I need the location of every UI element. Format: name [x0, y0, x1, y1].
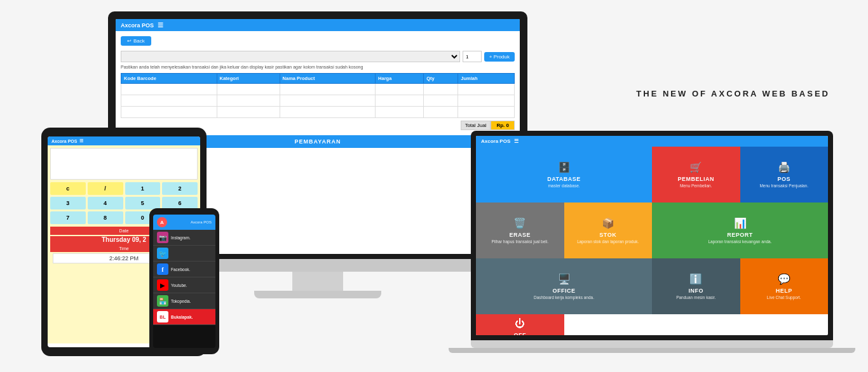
- table-row: [121, 107, 515, 118]
- tile-help-desc: Live Chat Support.: [767, 295, 801, 300]
- tile-help[interactable]: 💬 HELP Live Chat Support.: [740, 258, 829, 314]
- tablet-app-title: Axcora POS: [51, 139, 77, 143]
- back-button[interactable]: ↩ Back: [121, 36, 151, 46]
- bukalapak-label: Bukalapak.: [171, 315, 193, 319]
- erase-icon: 🗑️: [513, 217, 526, 229]
- tile-report-desc: Laporan transaksi keuangan anda.: [708, 239, 771, 244]
- product-input-row: + Produk: [121, 51, 515, 62]
- help-icon: 💬: [778, 273, 790, 285]
- numpad-divide[interactable]: /: [88, 182, 123, 195]
- tile-info-title: INFO: [689, 288, 704, 294]
- dash-grid: 🗄️ DATABASE master database. 🛒 PEMBELIAN…: [476, 147, 828, 331]
- database-icon: 🗄️: [558, 161, 571, 173]
- numpad-7[interactable]: 7: [50, 211, 86, 224]
- tile-stok-desc: Laporan stok dan laporan produk.: [577, 239, 639, 244]
- tile-info-desc: Panduan mesin kasir.: [676, 295, 715, 300]
- phone-screen: A Axcora POS 📷 Instagram. 🐦 f Facebook.: [153, 215, 215, 348]
- tile-pembelian-title: PEMBELIAN: [677, 176, 714, 182]
- tile-report-title: REPORT: [727, 232, 753, 238]
- info-icon: ℹ️: [689, 273, 702, 285]
- scene: THE NEW OF AXCORA WEB BASED Axcora POS ☰…: [0, 0, 868, 372]
- tile-erase-title: ERASE: [509, 232, 531, 238]
- phone-outer: A Axcora POS 📷 Instagram. 🐦 f Facebook.: [149, 208, 219, 354]
- product-select[interactable]: [121, 51, 460, 62]
- tile-database-desc: master database.: [548, 183, 580, 189]
- tile-office-desc: Dashboard kerja kompleks anda.: [534, 295, 594, 300]
- dashboard-screen: Axcora POS ☰ 🗄️ DATABASE master database…: [476, 136, 828, 335]
- phone-menu-instagram[interactable]: 📷 Instagram.: [153, 230, 215, 246]
- laptop-screen-outer: Axcora POS ☰ 🗄️ DATABASE master database…: [471, 131, 833, 340]
- monitor-stand-neck: [292, 272, 343, 291]
- dash-topbar: Axcora POS ☰: [476, 136, 828, 147]
- instagram-icon: 📷: [157, 232, 168, 243]
- tile-info[interactable]: ℹ️ INFO Panduan mesin kasir.: [652, 258, 740, 314]
- tile-database[interactable]: 🗄️ DATABASE master database.: [476, 147, 652, 203]
- tile-stok[interactable]: 📦 STOK Laporan stok dan laporan produk.: [564, 203, 653, 258]
- tile-erase-desc: Pilhar hapus transaksi jual beli.: [491, 239, 548, 244]
- product-table: Kode Barcode Kategori Nama Product Harga…: [121, 73, 515, 118]
- tab-topbar: Axcora POS ☰: [48, 136, 200, 145]
- phone-menu-twitter[interactable]: 🐦: [153, 246, 215, 262]
- instagram-label: Instagram.: [171, 236, 191, 240]
- numpad-2[interactable]: 2: [162, 182, 198, 195]
- phone-avatar: A: [157, 217, 167, 227]
- qty-input[interactable]: [463, 51, 482, 62]
- tile-off[interactable]: ⏻ OFF Atau tutup Mesin kasir Online.: [476, 314, 564, 335]
- laptop-hamburger-icon[interactable]: ☰: [514, 138, 519, 144]
- tokopedia-label: Tokopedia.: [171, 299, 191, 303]
- tile-off-title: OFF: [514, 332, 527, 335]
- laptop-base: [449, 348, 855, 353]
- tile-report[interactable]: 📊 REPORT Laporan transaksi keuangan anda…: [652, 203, 828, 258]
- phone-menu-facebook[interactable]: f Facebook.: [153, 262, 215, 277]
- tile-erase[interactable]: 🗑️ ERASE Pilhar hapus transaksi jual bel…: [476, 203, 564, 258]
- tablet-hamburger-icon[interactable]: ☰: [79, 138, 83, 143]
- facebook-icon: f: [157, 263, 168, 275]
- table-row: [121, 84, 515, 95]
- tile-help-title: HELP: [776, 288, 792, 294]
- youtube-label: Youtube.: [171, 283, 187, 288]
- tile-pos[interactable]: 🖨️ POS Menu transaksi Penjualan.: [740, 147, 829, 203]
- monitor-stand-base: [254, 291, 381, 298]
- youtube-icon: ▶: [157, 279, 168, 291]
- tab-input-area: [50, 148, 198, 180]
- produk-button[interactable]: + Produk: [484, 52, 515, 62]
- stok-icon: 📦: [602, 217, 614, 229]
- office-icon: 🖥️: [558, 273, 571, 285]
- numpad-6[interactable]: 6: [162, 197, 198, 209]
- numpad-3[interactable]: 3: [50, 197, 86, 209]
- tile-office[interactable]: 🖥️ OFFICE Dashboard kerja kompleks anda.: [476, 258, 652, 314]
- pembelian-icon: 🛒: [689, 161, 702, 173]
- pos-topbar: Axcora POS ☰: [116, 19, 520, 31]
- numpad-4[interactable]: 4: [88, 197, 123, 209]
- numpad-clear[interactable]: c: [50, 182, 86, 195]
- phone-app-title: Axcora POS: [191, 220, 212, 224]
- hamburger-icon[interactable]: ☰: [158, 22, 163, 29]
- laptop-screen: Axcora POS ☰ 🗄️ DATABASE master database…: [476, 136, 828, 335]
- tile-pembelian-desc: Menu Pembelian.: [680, 183, 712, 189]
- numpad-8[interactable]: 8: [88, 211, 123, 224]
- laptop-app-title: Axcora POS: [481, 138, 510, 144]
- col-qty: Qty: [424, 74, 458, 84]
- bukalapak-icon: BL: [157, 311, 168, 322]
- col-kategori: Kategori: [217, 74, 280, 84]
- laptop-bottom-bar: [471, 340, 833, 348]
- phone-menu-tokopedia[interactable]: 🏪 Tokopedia.: [153, 293, 215, 309]
- numpad-1[interactable]: 1: [125, 182, 161, 195]
- monitor-app-title: Axcora POS: [121, 22, 154, 29]
- col-harga: Harga: [376, 74, 424, 84]
- phone-menu-youtube[interactable]: ▶ Youtube.: [153, 277, 215, 293]
- tile-stok-title: STOK: [599, 232, 616, 238]
- table-row: [121, 95, 515, 107]
- col-nama: Nama Product: [280, 74, 376, 84]
- pos-title-group: Axcora POS ☰: [121, 22, 163, 29]
- numpad-5[interactable]: 5: [125, 197, 161, 209]
- tile-pembelian[interactable]: 🛒 PEMBELIAN Menu Pembelian.: [652, 147, 740, 203]
- pos-icon: 🖨️: [778, 161, 790, 173]
- tagline: THE NEW OF AXCORA WEB BASED: [636, 89, 830, 98]
- phone: A Axcora POS 📷 Instagram. 🐦 f Facebook.: [149, 208, 219, 354]
- facebook-label: Facebook.: [171, 267, 190, 272]
- tile-pos-desc: Menu transaksi Penjualan.: [759, 183, 808, 189]
- total-value: Rp. 0: [491, 121, 515, 130]
- phone-menu-bukalapak[interactable]: BL Bukalapak.: [153, 309, 215, 325]
- laptop: Axcora POS ☰ 🗄️ DATABASE master database…: [471, 131, 833, 353]
